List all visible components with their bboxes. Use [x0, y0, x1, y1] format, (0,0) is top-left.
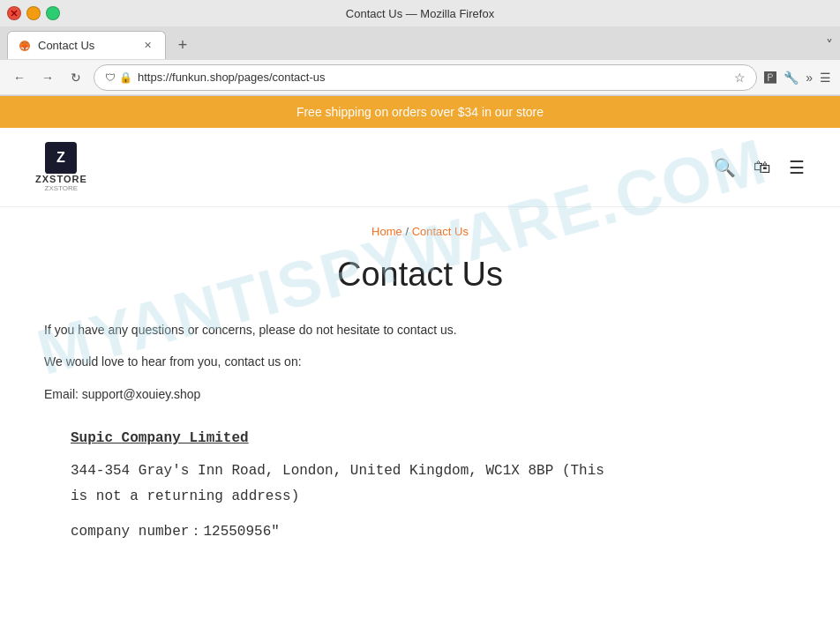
logo-sub: ZXSTORE	[45, 184, 79, 192]
company-address: 344-354 Gray's Inn Road, London, United …	[71, 458, 796, 510]
intro-paragraph-2: We would love to hear from you, contact …	[44, 352, 796, 371]
logo-icon: Z	[45, 142, 77, 174]
maximize-window-button[interactable]	[46, 6, 60, 20]
breadcrumb: Home / Contact Us	[35, 225, 805, 238]
contact-body: If you have any questions or concerns, p…	[35, 320, 805, 540]
nav-bar: ← → ↻ 🛡 🔒 https://funkun.shop/pages/cont…	[0, 60, 840, 95]
intro-paragraph-1: If you have any questions or concerns, p…	[44, 320, 796, 339]
logo[interactable]: Z ZXSTORE ZXSTORE	[35, 142, 87, 192]
tab-bar: 🦊 Contact Us ✕ + ˅	[0, 26, 840, 60]
promo-banner: Free shipping on orders over $34 in our …	[0, 96, 840, 128]
header-icons: 🔍 🛍 ☰	[714, 157, 805, 178]
window-controls	[7, 6, 60, 20]
tab-close-button[interactable]: ✕	[140, 39, 154, 53]
page-title: Contact Us	[35, 256, 805, 294]
address-text: 344-354 Gray's Inn Road, London, United …	[71, 463, 604, 504]
search-icon[interactable]: 🔍	[714, 157, 736, 178]
nav-extras: 🅿 🔧 » ☰	[764, 71, 831, 85]
email-line: Email: support@xouiey.shop	[44, 384, 796, 404]
browser-chrome: Contact Us — Mozilla Firefox 🦊 Contact U…	[0, 0, 840, 96]
forward-button[interactable]: →	[37, 67, 58, 88]
url-security-icons: 🛡 🔒	[105, 71, 132, 84]
new-tab-button[interactable]: +	[171, 34, 194, 56]
shield-icon: 🛡	[105, 71, 116, 84]
minimize-window-button[interactable]	[26, 6, 41, 20]
promo-text: Free shipping on orders over $34 in our …	[296, 105, 544, 119]
company-number: company number：12550956"	[71, 522, 796, 540]
breadcrumb-home[interactable]: Home	[371, 225, 402, 238]
company-name: Supic Company Limited	[71, 430, 796, 446]
company-number-label: company number：	[71, 524, 203, 540]
url-bar[interactable]: 🛡 🔒 https://funkun.shop/pages/contact-us…	[94, 64, 757, 91]
site-header: Z ZXSTORE ZXSTORE 🔍 🛍 ☰	[0, 128, 840, 207]
more-tools-button[interactable]: »	[806, 71, 813, 85]
pocket-icon[interactable]: 🅿	[764, 71, 776, 85]
menu-icon[interactable]: ☰	[789, 157, 805, 178]
lock-icon: 🔒	[119, 71, 132, 84]
breadcrumb-separator: /	[405, 225, 409, 238]
bookmark-icon[interactable]: ☆	[734, 71, 746, 85]
tab-label: Contact Us	[38, 39, 94, 52]
window-title: Contact Us — Mozilla Firefox	[346, 7, 494, 20]
page-content: Free shipping on orders over $34 in our …	[0, 96, 840, 593]
reload-button[interactable]: ↻	[65, 67, 86, 88]
tab-favicon: 🦊	[19, 40, 31, 52]
company-block: Supic Company Limited 344-354 Gray's Inn…	[44, 430, 796, 540]
email-label: Email:	[44, 387, 79, 401]
logo-text: ZXSTORE	[35, 174, 87, 184]
hamburger-menu-button[interactable]: ☰	[820, 71, 831, 85]
main-content: Home / Contact Us Contact Us If you have…	[0, 207, 840, 593]
close-window-button[interactable]	[7, 6, 21, 20]
back-button[interactable]: ←	[9, 67, 30, 88]
email-address[interactable]: support@xouiey.shop	[82, 387, 201, 401]
cart-icon[interactable]: 🛍	[754, 157, 771, 177]
title-bar: Contact Us — Mozilla Firefox	[0, 0, 840, 26]
url-text: https://funkun.shop/pages/contact-us	[138, 71, 729, 84]
svg-text:🦊: 🦊	[20, 41, 29, 50]
svg-text:Z: Z	[56, 149, 65, 165]
tab-list-button[interactable]: ˅	[826, 37, 833, 54]
active-tab[interactable]: 🦊 Contact Us ✕	[7, 31, 166, 59]
company-number-value: 12550956	[203, 524, 271, 540]
extensions-icon[interactable]: 🔧	[784, 71, 799, 85]
breadcrumb-current[interactable]: Contact Us	[412, 225, 469, 238]
